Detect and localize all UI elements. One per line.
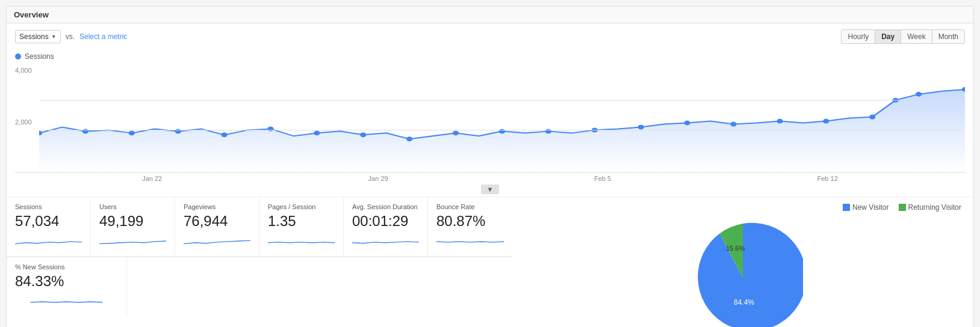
svg-point-3 bbox=[175, 129, 181, 133]
pie-chart-svg: 84.4% 15.6% bbox=[683, 218, 803, 327]
metric-card-bounce-rate: Bounce Rate 80.87% bbox=[428, 197, 512, 257]
metric-card-new-sessions: % New Sessions 84.33% bbox=[7, 257, 127, 316]
tab-header: Overview bbox=[7, 7, 973, 23]
sparkline-pages-session bbox=[268, 232, 335, 250]
sessions-legend-dot bbox=[15, 53, 21, 60]
time-button-group: Hourly Day Week Month bbox=[841, 29, 965, 44]
metric-title-users: Users bbox=[99, 203, 166, 210]
tab-label: Overview bbox=[14, 10, 49, 19]
svg-point-10 bbox=[499, 129, 505, 133]
metric-card-pages-session: Pages / Session 1.35 bbox=[259, 197, 344, 257]
chart-controls: Sessions ▼ vs. Select a metric Hourly Da… bbox=[7, 23, 973, 50]
new-visitor-legend-label: New Visitor bbox=[852, 203, 889, 212]
svg-point-1 bbox=[82, 129, 88, 133]
time-btn-week[interactable]: Week bbox=[901, 29, 932, 44]
dropdown-arrow-icon: ▼ bbox=[51, 34, 57, 40]
svg-point-14 bbox=[684, 120, 690, 125]
x-label-feb5: Feb 5 bbox=[594, 175, 611, 182]
time-btn-day[interactable]: Day bbox=[875, 29, 901, 44]
metric-card-sessions: Sessions 57,034 bbox=[7, 197, 91, 257]
sparkline-users bbox=[99, 232, 166, 250]
svg-point-7 bbox=[360, 132, 366, 137]
time-btn-hourly[interactable]: Hourly bbox=[841, 29, 875, 44]
y-label-2000: 2,000 bbox=[15, 118, 32, 126]
y-axis: 4,000 2,000 bbox=[15, 64, 32, 172]
chart-area: 4,000 2,000 bbox=[15, 64, 965, 173]
sparkline-new-sessions bbox=[15, 292, 118, 310]
svg-point-6 bbox=[314, 130, 320, 135]
sessions-legend-label: Sessions bbox=[25, 52, 54, 61]
sparkline-pageviews bbox=[184, 232, 250, 250]
metric-card-avg-duration: Avg. Session Duration 00:01:29 bbox=[344, 197, 428, 257]
svg-point-8 bbox=[406, 136, 412, 141]
metric-title-new-sessions: % New Sessions bbox=[15, 263, 118, 270]
line-chart-svg bbox=[39, 64, 965, 172]
y-label-4000: 4,000 bbox=[15, 67, 32, 74]
metric-card-pageviews: Pageviews 76,944 bbox=[175, 197, 259, 257]
metric-title-pageviews: Pageviews bbox=[184, 203, 250, 210]
svg-text:84.4%: 84.4% bbox=[734, 298, 754, 307]
metric-value-sessions: 57,034 bbox=[15, 213, 82, 230]
time-btn-month[interactable]: Month bbox=[932, 29, 965, 44]
metric-dropdown[interactable]: Sessions ▼ bbox=[15, 30, 61, 43]
chart-controls-left: Sessions ▼ vs. Select a metric bbox=[15, 30, 127, 43]
svg-point-17 bbox=[823, 118, 829, 123]
svg-point-20 bbox=[916, 92, 922, 97]
x-label-jan22: Jan 22 bbox=[142, 175, 162, 182]
metric-value-pages-session: 1.35 bbox=[268, 213, 335, 230]
chart-legend: Sessions bbox=[7, 50, 973, 64]
metric-card-users: Users 49,199 bbox=[91, 197, 175, 257]
svg-point-5 bbox=[267, 126, 273, 131]
svg-point-9 bbox=[453, 130, 459, 135]
svg-point-15 bbox=[730, 121, 736, 126]
metric-value-users: 49,199 bbox=[99, 213, 166, 230]
pie-legend: New Visitor Returning Visitor bbox=[843, 203, 961, 212]
svg-point-13 bbox=[638, 124, 644, 129]
new-visitor-swatch bbox=[843, 204, 850, 211]
x-label-jan29: Jan 29 bbox=[368, 175, 388, 182]
x-label-feb12: Feb 12 bbox=[817, 175, 838, 182]
svg-point-16 bbox=[777, 118, 783, 123]
sparkline-avg-duration bbox=[352, 232, 419, 250]
metric-value-new-sessions: 84.33% bbox=[15, 273, 118, 290]
sparkline-bounce-rate bbox=[436, 232, 504, 250]
pie-legend-returning-visitor: Returning Visitor bbox=[899, 203, 962, 212]
pie-chart: 84.4% 15.6% bbox=[683, 218, 803, 327]
scroll-button[interactable]: ▼ bbox=[481, 185, 500, 194]
svg-point-18 bbox=[869, 115, 875, 120]
sparkline-sessions bbox=[15, 232, 82, 250]
metric-title-bounce-rate: Bounce Rate bbox=[436, 203, 504, 210]
pie-section: New Visitor Returning Visitor 84.4% bbox=[512, 197, 973, 327]
vs-label: vs. bbox=[66, 32, 75, 41]
pie-legend-new-visitor: New Visitor bbox=[843, 203, 889, 212]
metric-dropdown-label: Sessions bbox=[19, 32, 49, 41]
metric-title-pages-session: Pages / Session bbox=[268, 203, 335, 210]
metric-value-avg-duration: 00:01:29 bbox=[352, 213, 419, 230]
svg-text:15.6%: 15.6% bbox=[726, 245, 745, 252]
svg-point-2 bbox=[129, 130, 135, 135]
metrics-row: Sessions 57,034 Users 49,199 bbox=[7, 197, 973, 327]
metric-title-avg-duration: Avg. Session Duration bbox=[352, 203, 419, 210]
svg-point-11 bbox=[545, 129, 551, 133]
metric-title-sessions: Sessions bbox=[15, 203, 82, 210]
returning-visitor-legend-label: Returning Visitor bbox=[908, 203, 962, 212]
svg-point-4 bbox=[221, 132, 227, 137]
chart-svg-container bbox=[39, 64, 965, 172]
select-metric-link[interactable]: Select a metric bbox=[79, 32, 127, 41]
chart-scroll-indicator: ▼ bbox=[7, 182, 973, 197]
metric-value-pageviews: 76,944 bbox=[184, 213, 250, 230]
returning-visitor-swatch bbox=[899, 204, 906, 211]
metric-value-bounce-rate: 80.87% bbox=[436, 213, 504, 230]
x-axis: Jan 22 Jan 29 Feb 5 Feb 12 bbox=[15, 173, 965, 182]
